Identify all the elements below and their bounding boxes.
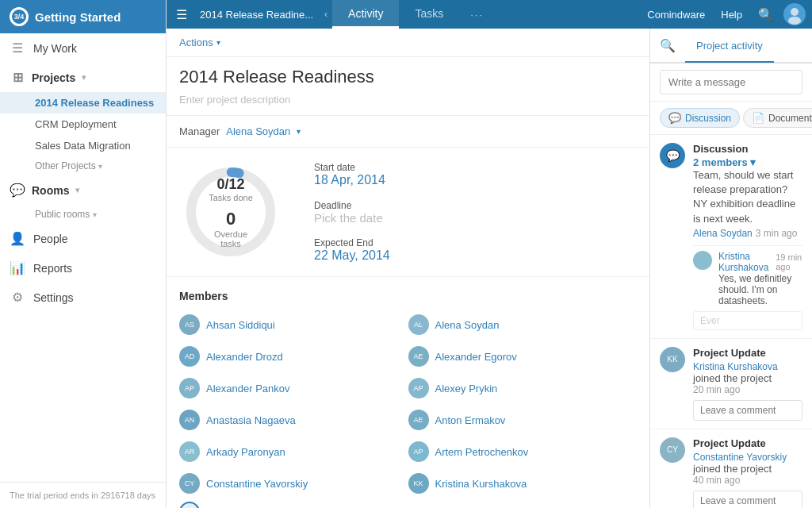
rooms-label: Rooms bbox=[32, 184, 69, 197]
avatar: AE bbox=[408, 346, 429, 367]
reply-content: Kristina Kurshakova 19 min ago Yes, we d… bbox=[718, 251, 802, 306]
sidebar-item-people[interactable]: 👤 People bbox=[0, 224, 166, 253]
members-title: Members bbox=[179, 290, 637, 302]
comment-input-2[interactable] bbox=[693, 491, 802, 508]
member-alexey-prykin[interactable]: AP Alexey Prykin bbox=[408, 375, 638, 401]
topbar: ☰ 2014 Release Readine... ‹ Activity Tas… bbox=[167, 0, 812, 29]
document-icon: 📄 bbox=[752, 112, 764, 124]
sidebar-item-my-work[interactable]: ☰ My Work bbox=[0, 33, 166, 63]
member-kristina-kurshakova[interactable]: KK Kristina Kurshakova bbox=[408, 471, 638, 496]
sidebar-getting-started[interactable]: 3/4 Getting Started bbox=[0, 0, 166, 33]
svg-point-1 bbox=[788, 17, 801, 25]
hamburger-icon[interactable]: ☰ bbox=[167, 7, 197, 22]
more-options-icon[interactable]: ··· bbox=[459, 9, 495, 21]
sidebar-sub-2014-readiness[interactable]: 2014 Release Readiness bbox=[0, 92, 166, 114]
sidebar-sub-sales[interactable]: Sales Data Migration bbox=[0, 135, 166, 156]
update-time: 20 min ago bbox=[693, 384, 802, 395]
start-date-label: Start date bbox=[314, 162, 390, 173]
sidebar-item-settings[interactable]: ⚙ Settings bbox=[0, 283, 166, 312]
activity-discussion-item: 💬 Discussion 2 members ▾ Team, should we… bbox=[650, 135, 812, 339]
member-arkady-paronyan[interactable]: AR Arkady Paronyan bbox=[179, 439, 408, 464]
discussion-content: Discussion 2 members ▾ Team, should we s… bbox=[693, 143, 802, 330]
update-person[interactable]: Kristina Kurshakova bbox=[693, 361, 778, 372]
sidebar: 3/4 Getting Started ☰ My Work ⊞ Projects… bbox=[0, 0, 167, 508]
panel-search-icon[interactable]: 🔍 bbox=[660, 38, 676, 53]
member-alexander-drozd[interactable]: AD Alexander Drozd bbox=[179, 344, 408, 369]
reports-label: Reports bbox=[33, 262, 72, 275]
reply-avatar bbox=[693, 251, 712, 270]
sidebar-rooms-header[interactable]: 💬 Rooms ▾ bbox=[0, 175, 166, 205]
manager-row: Manager Alena Soydan ▾ bbox=[167, 116, 649, 148]
update-title: Project Update bbox=[693, 437, 802, 449]
members-count[interactable]: 2 members ▾ bbox=[693, 156, 802, 168]
donut-text: 0/12 Tasks done 0 Overdue tasks bbox=[205, 176, 257, 248]
actions-bar[interactable]: Actions ▾ bbox=[167, 29, 649, 57]
sidebar-other-projects[interactable]: Other Projects ▾ bbox=[0, 156, 166, 175]
expected-end-value[interactable]: 22 May, 2014 bbox=[314, 248, 390, 263]
donut-chart: 0/12 Tasks done 0 Overdue tasks bbox=[179, 160, 282, 264]
member-ahsan-siddiqui[interactable]: AS Ahsan Siddiqui bbox=[179, 312, 408, 337]
start-date-item: Start date 18 Apr, 2014 bbox=[314, 162, 390, 187]
expected-end-item: Expected End 22 May, 2014 bbox=[314, 237, 390, 263]
avatar: AP bbox=[179, 378, 200, 398]
avatar: KK bbox=[660, 347, 685, 372]
add-member-button[interactable]: + Add member bbox=[179, 499, 637, 508]
tab-activity[interactable]: Activity bbox=[332, 0, 399, 29]
member-alexander-egorov[interactable]: AE Alexander Egorov bbox=[408, 344, 638, 369]
avatar: AS bbox=[179, 314, 200, 335]
avatar: AE bbox=[408, 410, 429, 430]
search-icon[interactable]: 🔍 bbox=[752, 7, 780, 22]
projects-label: Projects bbox=[32, 71, 75, 84]
message-input[interactable] bbox=[660, 70, 802, 94]
stats-section: 0/12 Tasks done 0 Overdue tasks Start da… bbox=[167, 148, 649, 277]
left-panel: Actions ▾ 2014 Release Readiness Enter p… bbox=[167, 29, 650, 508]
sidebar-projects-header[interactable]: ⊞ Projects ▾ bbox=[0, 63, 166, 92]
update-person[interactable]: Constantine Yavorskiy bbox=[693, 452, 787, 463]
main-message: Team, should we start release preparatio… bbox=[693, 168, 802, 226]
member-alexander-pankov[interactable]: AP Alexander Pankov bbox=[179, 375, 408, 401]
member-artem-petrochenkov[interactable]: AP Artem Petrochenkov bbox=[408, 439, 638, 464]
actions-label: Actions bbox=[179, 37, 213, 48]
user-avatar[interactable] bbox=[783, 3, 806, 25]
sidebar-footer: The trial period ends in 2916718 days bbox=[0, 482, 166, 508]
member-anton-ermakov[interactable]: AE Anton Ermakov bbox=[408, 407, 638, 433]
help-link[interactable]: Help bbox=[714, 9, 749, 21]
members-section: Members AS Ahsan Siddiqui AL Alena Soyda… bbox=[167, 277, 649, 508]
avatar: AN bbox=[179, 410, 200, 430]
member-alena-soydan[interactable]: AL Alena Soydan bbox=[408, 312, 638, 337]
update-time: 40 min ago bbox=[693, 475, 802, 486]
tab-project-activity[interactable]: Project activity bbox=[685, 30, 774, 63]
topbar-back-arrow[interactable]: ‹ bbox=[320, 9, 332, 20]
discussion-filter-tabs: 💬 Discussion 📄 Document bbox=[650, 102, 812, 135]
svg-point-0 bbox=[791, 8, 799, 16]
project-description[interactable]: Enter project description bbox=[167, 90, 649, 116]
start-date-value[interactable]: 18 Apr, 2014 bbox=[314, 173, 390, 187]
update-title: Project Update bbox=[693, 347, 802, 359]
main-time: 3 min ago bbox=[756, 228, 798, 239]
activity-update-2: CY Project Update Constantine Yavorskiy … bbox=[650, 429, 812, 508]
manager-chevron: ▾ bbox=[297, 127, 301, 136]
discussion-icon: 💬 bbox=[668, 112, 681, 124]
topbar-project-name[interactable]: 2014 Release Readine... bbox=[197, 9, 320, 21]
getting-started-label: Getting Started bbox=[35, 10, 121, 24]
sidebar-public-rooms[interactable]: Public rooms ▾ bbox=[0, 205, 166, 224]
member-constantine-yavorskiy[interactable]: CY Constantine Yavorskiy bbox=[179, 471, 408, 496]
deadline-value[interactable]: Pick the date bbox=[314, 211, 390, 225]
member-anastasia-nagaeva[interactable]: AN Anastasia Nagaeva bbox=[179, 407, 408, 433]
reply-author[interactable]: Kristina Kurshakova bbox=[718, 251, 771, 273]
my-work-label: My Work bbox=[33, 42, 77, 55]
reply-time: 19 min ago bbox=[776, 252, 802, 271]
tab-tasks[interactable]: Tasks bbox=[399, 0, 459, 29]
update-1-content: Project Update Kristina Kurshakova joine… bbox=[693, 347, 802, 421]
people-label: People bbox=[33, 233, 68, 245]
disc-tab-discussion[interactable]: 💬 Discussion bbox=[660, 108, 740, 128]
sidebar-item-reports[interactable]: 📊 Reports bbox=[0, 253, 166, 283]
avatar: KK bbox=[408, 473, 429, 494]
comment-input-1[interactable] bbox=[693, 400, 802, 421]
sidebar-sub-crm[interactable]: CRM Deployment bbox=[0, 114, 166, 135]
tasks-done-label: Tasks done bbox=[205, 193, 257, 202]
manager-name[interactable]: Alena Soydan bbox=[226, 125, 290, 137]
disc-tab-document[interactable]: 📄 Document bbox=[743, 108, 812, 128]
main-author[interactable]: Alena Soydan bbox=[693, 228, 753, 239]
mywork-icon: ☰ bbox=[10, 40, 25, 56]
